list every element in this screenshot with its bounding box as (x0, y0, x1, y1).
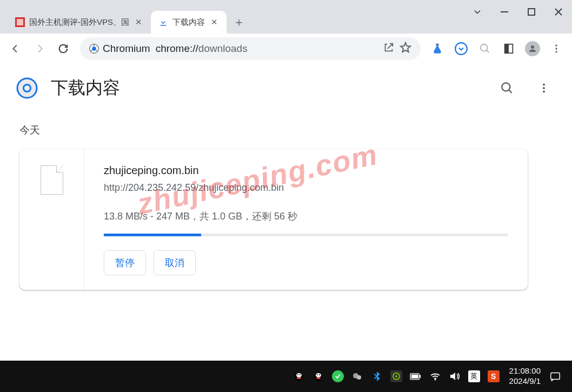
battery-tray-icon[interactable] (410, 370, 422, 382)
qq-tray-icon-1[interactable] (293, 370, 305, 382)
svg-point-14 (555, 51, 557, 52)
site-chip-label: Chromium (103, 43, 150, 55)
status-ok-tray-icon[interactable] (332, 370, 344, 382)
download-source-url[interactable]: http://204.235.242.59/zhujiceping.com.bi… (104, 182, 508, 194)
window-close-button[interactable] (545, 0, 572, 24)
svg-point-7 (455, 43, 467, 55)
extension-flask-icon[interactable] (427, 38, 448, 59)
profile-avatar[interactable] (522, 38, 543, 59)
tab-1-title: 国外主机测评-国外VPS、国 (29, 17, 129, 28)
svg-point-30 (317, 374, 318, 375)
system-tray: 英 S (293, 370, 500, 382)
download-icon (158, 17, 168, 27)
ime-indicator[interactable]: 英 (468, 370, 480, 382)
svg-point-36 (395, 375, 397, 377)
svg-point-5 (92, 46, 96, 51)
svg-point-31 (319, 374, 320, 375)
svg-rect-27 (297, 377, 301, 379)
download-item-card: zhujiceping.com.bin http://204.235.242.5… (19, 149, 528, 290)
tab-2-title: 下载内容 (172, 17, 205, 28)
svg-rect-2 (501, 11, 508, 12)
svg-rect-39 (411, 374, 418, 378)
svg-point-29 (316, 373, 321, 377)
svg-point-18 (24, 85, 30, 91)
download-progress-text: 13.8 MB/s - 247 MB，共 1.0 GB，还剩 56 秒 (104, 210, 508, 223)
tab-2-active[interactable]: 下载内容 ✕ (151, 11, 227, 34)
chromium-logo-icon (16, 77, 38, 99)
download-progress-bar (104, 234, 508, 236)
download-file-thumb (19, 149, 84, 290)
nav-back-button[interactable] (5, 38, 26, 59)
tab-2-close-icon[interactable]: ✕ (209, 17, 219, 27)
browser-search-icon[interactable] (475, 38, 495, 59)
svg-rect-32 (316, 377, 321, 379)
browser-toolbar: Chromium chrome://downloads (0, 34, 572, 64)
wifi-tray-icon[interactable] (429, 370, 441, 382)
downloads-list: 今天 zhujiceping.com.bin http://204.235.24… (0, 112, 572, 361)
bookmark-star-icon[interactable] (399, 41, 412, 57)
svg-rect-38 (420, 375, 421, 377)
tab-1-close-icon[interactable]: ✕ (134, 17, 143, 27)
svg-point-40 (434, 379, 436, 381)
downloads-icon[interactable] (451, 38, 471, 59)
window-tab-search-icon[interactable] (464, 0, 491, 24)
nvidia-tray-icon[interactable] (390, 370, 402, 382)
svg-point-21 (543, 87, 545, 89)
downloads-search-icon[interactable] (495, 76, 519, 100)
clock-date: 2024/9/1 (509, 376, 541, 387)
new-tab-button[interactable]: ＋ (230, 13, 248, 31)
svg-point-24 (296, 373, 302, 377)
notifications-icon[interactable] (548, 369, 562, 383)
pause-button[interactable]: 暂停 (104, 250, 146, 275)
svg-point-34 (357, 375, 361, 380)
svg-rect-10 (505, 44, 509, 54)
reader-mode-icon[interactable] (498, 38, 519, 59)
svg-point-13 (555, 48, 557, 49)
svg-point-22 (543, 90, 545, 92)
browser-tab-strip: 国外主机测评-国外VPS、国 ✕ 下载内容 ✕ ＋ (0, 0, 572, 34)
share-icon[interactable] (383, 42, 395, 56)
sogou-ime-tray-icon[interactable]: S (488, 370, 500, 382)
section-today-label: 今天 (19, 123, 572, 137)
volume-tray-icon[interactable] (449, 370, 461, 382)
nav-reload-button[interactable] (53, 38, 74, 59)
downloads-menu-icon[interactable] (532, 76, 556, 100)
window-maximize-button[interactable] (518, 0, 545, 24)
browser-menu-icon[interactable] (546, 38, 567, 59)
wechat-tray-icon[interactable] (351, 370, 363, 382)
bluetooth-tray-icon[interactable] (371, 370, 383, 382)
svg-point-20 (543, 83, 545, 85)
site-identity-chip[interactable]: Chromium (89, 43, 150, 55)
address-bar[interactable]: Chromium chrome://downloads (80, 37, 421, 60)
taskbar-clock[interactable]: 21:08:00 2024/9/1 (509, 366, 541, 387)
generic-file-icon (41, 165, 63, 195)
svg-point-19 (502, 83, 510, 91)
download-progress-fill (104, 234, 201, 236)
svg-rect-1 (17, 19, 23, 25)
qq-tray-icon-2[interactable] (312, 370, 324, 382)
window-minimize-button[interactable] (491, 0, 518, 24)
svg-rect-6 (436, 44, 439, 45)
tab-1[interactable]: 国外主机测评-国外VPS、国 ✕ (8, 11, 151, 34)
svg-point-25 (297, 374, 298, 375)
windows-taskbar: 英 S 21:08:00 2024/9/1 (0, 361, 572, 392)
svg-point-26 (300, 374, 301, 375)
download-filename[interactable]: zhujiceping.com.bin (104, 164, 508, 177)
downloads-page-title: 下载内容 (51, 76, 482, 100)
nav-forward-button[interactable] (29, 38, 50, 59)
clock-time: 21:08:00 (509, 366, 541, 376)
window-controls (464, 0, 572, 24)
svg-point-11 (531, 45, 534, 49)
svg-point-12 (555, 45, 557, 46)
svg-rect-41 (551, 373, 560, 380)
svg-point-8 (481, 44, 488, 51)
svg-rect-3 (528, 9, 535, 15)
url-text: chrome://downloads (156, 43, 248, 55)
downloads-page-header: 下载内容 (0, 64, 572, 112)
tab-1-favicon (15, 17, 25, 27)
cancel-button[interactable]: 取消 (154, 250, 196, 275)
